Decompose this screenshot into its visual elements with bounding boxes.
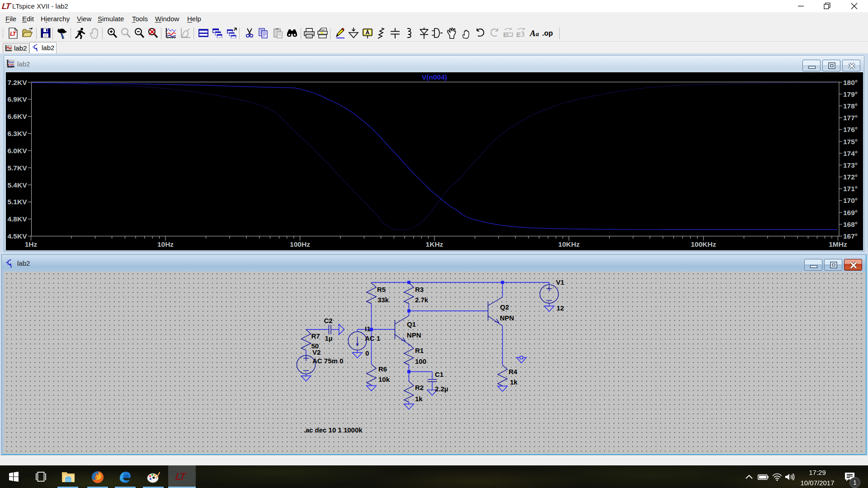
svg-text:C2: C2 bbox=[324, 317, 333, 324]
svg-text:5.4KV: 5.4KV bbox=[7, 181, 27, 189]
svg-text:1MHz: 1MHz bbox=[829, 240, 847, 248]
svg-text:2.2µ: 2.2µ bbox=[435, 385, 448, 393]
svg-text:171°: 171° bbox=[843, 185, 858, 192]
svg-text:R4: R4 bbox=[509, 368, 518, 375]
svg-text:.ac dec 10 1 1000k: .ac dec 10 1 1000k bbox=[304, 426, 363, 434]
svg-text:R3: R3 bbox=[415, 286, 424, 293]
svg-text:10KHz: 10KHz bbox=[558, 240, 580, 248]
svg-text:C1: C1 bbox=[435, 371, 443, 378]
svg-text:1KHz: 1KHz bbox=[426, 240, 443, 248]
svg-text:6.3KV: 6.3KV bbox=[7, 130, 27, 137]
svg-text:AC 75m 0: AC 75m 0 bbox=[312, 357, 343, 365]
svg-text:5.1KV: 5.1KV bbox=[7, 198, 27, 206]
svg-text:R2: R2 bbox=[415, 384, 424, 391]
svg-text:175°: 175° bbox=[843, 138, 858, 145]
svg-text:V1: V1 bbox=[556, 278, 564, 286]
svg-text:169°: 169° bbox=[843, 209, 858, 216]
svg-text:4.8KV: 4.8KV bbox=[7, 215, 27, 223]
svg-text:E: E bbox=[516, 31, 521, 38]
svg-text:Q2: Q2 bbox=[500, 303, 509, 311]
svg-text:180°: 180° bbox=[843, 79, 858, 86]
svg-text:.op: .op bbox=[542, 29, 553, 37]
svg-text:5.7KV: 5.7KV bbox=[7, 164, 27, 172]
svg-text:6.0KV: 6.0KV bbox=[7, 147, 27, 155]
svg-text:A: A bbox=[529, 28, 536, 38]
svg-text:Q1: Q1 bbox=[407, 320, 416, 328]
svg-text:1k: 1k bbox=[415, 395, 423, 403]
svg-text:I1: I1 bbox=[365, 325, 371, 333]
svg-text:178°: 178° bbox=[843, 102, 858, 110]
svg-text:10k: 10k bbox=[378, 375, 390, 383]
svg-text:AC 1: AC 1 bbox=[365, 334, 380, 342]
svg-text:10Hz: 10Hz bbox=[157, 240, 174, 248]
svg-text:2.7k: 2.7k bbox=[415, 296, 429, 304]
svg-text:NPN: NPN bbox=[500, 314, 514, 322]
svg-text:1k: 1k bbox=[510, 378, 518, 386]
svg-text:173°: 173° bbox=[843, 161, 858, 169]
svg-text:167°: 167° bbox=[843, 232, 858, 240]
svg-text:170°: 170° bbox=[843, 197, 858, 204]
svg-text:33k: 33k bbox=[377, 296, 389, 304]
svg-text:R1: R1 bbox=[415, 347, 424, 354]
svg-text:R5: R5 bbox=[377, 286, 386, 293]
svg-text:6.6KV: 6.6KV bbox=[7, 113, 27, 120]
svg-text:R6: R6 bbox=[378, 365, 387, 373]
svg-text:6.9KV: 6.9KV bbox=[7, 95, 27, 103]
svg-text:179°: 179° bbox=[843, 90, 858, 98]
svg-text:NPN: NPN bbox=[407, 331, 421, 339]
svg-text:176°: 176° bbox=[843, 126, 858, 133]
svg-text:100KHz: 100KHz bbox=[691, 240, 716, 248]
svg-text:R7: R7 bbox=[311, 332, 320, 340]
svg-text:4.5KV: 4.5KV bbox=[7, 232, 27, 240]
svg-text:0: 0 bbox=[365, 349, 369, 357]
svg-text:7.2KV: 7.2KV bbox=[7, 79, 27, 86]
svg-text:172°: 172° bbox=[843, 173, 858, 181]
svg-text:177°: 177° bbox=[843, 114, 858, 122]
svg-text:V(n004): V(n004) bbox=[422, 73, 447, 81]
svg-text:100: 100 bbox=[415, 357, 426, 365]
svg-text:E: E bbox=[503, 31, 508, 38]
svg-text:V2: V2 bbox=[312, 348, 321, 356]
svg-text:a: a bbox=[536, 31, 539, 38]
svg-text:168°: 168° bbox=[843, 221, 858, 228]
svg-text:174°: 174° bbox=[843, 150, 858, 157]
svg-text:12: 12 bbox=[557, 304, 564, 312]
svg-text:1Hz: 1Hz bbox=[25, 240, 38, 248]
svg-text:100Hz: 100Hz bbox=[290, 240, 310, 248]
svg-text:1µ: 1µ bbox=[325, 334, 333, 342]
